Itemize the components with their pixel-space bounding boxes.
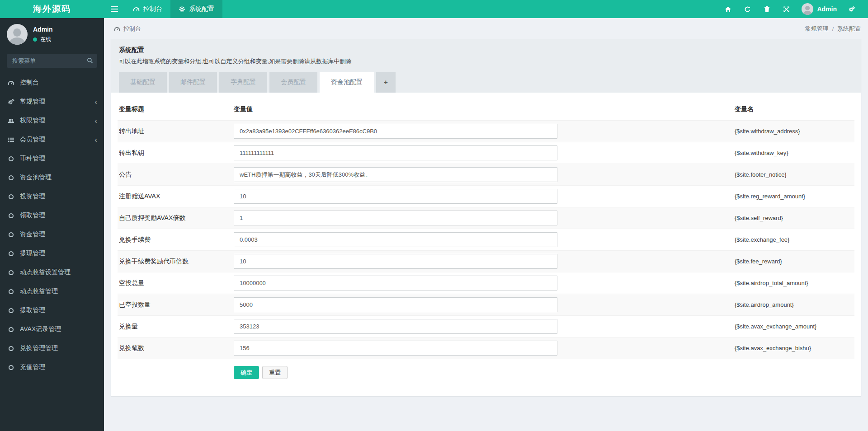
var-value-input[interactable] xyxy=(234,189,557,204)
table-row: 兑换手续费 {$site.exchange_fee} xyxy=(118,229,854,251)
home-button[interactable] xyxy=(718,0,738,18)
var-value-input[interactable] xyxy=(234,276,557,290)
chevron-left-icon: ‹ xyxy=(94,136,97,144)
nav-tab-label: 控制台 xyxy=(143,5,162,13)
var-title: 自己质押奖励AVAX倍数 xyxy=(118,207,232,229)
sidebar-item-dynamic-income-setting[interactable]: 动态收益设置管理 xyxy=(0,263,104,282)
var-value-input[interactable] xyxy=(234,145,557,160)
circle-icon xyxy=(7,289,15,294)
tab-member-config[interactable]: 会员配置 xyxy=(269,72,317,93)
search-input[interactable] xyxy=(7,54,97,68)
sidebar-item-claim[interactable]: 领取管理 xyxy=(0,206,104,225)
var-value-input[interactable] xyxy=(234,124,557,139)
var-value-input[interactable] xyxy=(234,232,557,247)
avatar xyxy=(802,3,813,15)
nav-tab-console[interactable]: 控制台 xyxy=(125,0,170,18)
tab-dictionary-config[interactable]: 字典配置 xyxy=(219,72,267,93)
menu-label: 提现管理 xyxy=(20,249,45,258)
sidebar-item-dynamic-income[interactable]: 动态收益管理 xyxy=(0,282,104,301)
breadcrumb-separator: / xyxy=(832,26,834,33)
sidebar-item-exchange[interactable]: 兑换管理管理 xyxy=(0,339,104,358)
panel-body: 变量标题 变量值 变量名 转出地址 {$site.withdraw_addres… xyxy=(111,93,861,396)
reset-button[interactable]: 重置 xyxy=(262,366,288,379)
menu-label: 常规管理 xyxy=(20,98,45,106)
table-row: 已空投数量 {$site.airdrop_amount} xyxy=(118,294,854,316)
menu-label: 资金管理 xyxy=(20,230,45,239)
var-value-input[interactable] xyxy=(234,254,557,269)
sidebar-item-member[interactable]: 会员管理 ‹ xyxy=(0,130,104,149)
circle-icon xyxy=(7,308,15,313)
clear-cache-button[interactable] xyxy=(757,0,777,18)
var-name: {$site.self_reward} xyxy=(733,207,854,229)
fullscreen-button[interactable] xyxy=(777,0,796,18)
sidebar-item-recharge[interactable]: 充值管理 xyxy=(0,358,104,377)
breadcrumb-home[interactable]: 控制台 xyxy=(123,25,141,33)
var-name: {$site.exchange_fee} xyxy=(733,229,854,251)
var-value-input[interactable] xyxy=(234,167,557,182)
chevron-left-icon: ‹ xyxy=(94,117,97,125)
var-value-input[interactable] xyxy=(234,297,557,312)
tab-pool-config[interactable]: 资金池配置 xyxy=(320,72,374,93)
dashboard-icon xyxy=(133,6,140,13)
sidebar-item-pool[interactable]: 资金池管理 xyxy=(0,168,104,187)
add-tab-button[interactable]: + xyxy=(376,72,396,93)
var-value-input[interactable] xyxy=(234,341,557,356)
circle-icon xyxy=(7,175,15,180)
table-row: 兑换笔数 {$site.avax_exchange_bishu} xyxy=(118,337,854,359)
tab-basic-config[interactable]: 基础配置 xyxy=(119,72,167,93)
circle-icon xyxy=(7,346,15,351)
sidebar-item-funds[interactable]: 资金管理 xyxy=(0,225,104,244)
menu-label: 投资管理 xyxy=(20,192,45,201)
breadcrumb-left[interactable]: 控制台 xyxy=(114,25,141,33)
sidebar-item-invest[interactable]: 投资管理 xyxy=(0,187,104,206)
sidebar-item-extract[interactable]: 提取管理 xyxy=(0,301,104,320)
var-name: {$site.reg_reward_amount} xyxy=(733,186,854,207)
breadcrumb-right: 常规管理 / 系统配置 xyxy=(805,25,861,33)
menu-label: AVAX记录管理 xyxy=(20,325,61,333)
table-row: 转出私钥 {$site.withdraw_key} xyxy=(118,142,854,164)
table-header-row: 变量标题 变量值 变量名 xyxy=(118,100,854,121)
user-menu[interactable]: Admin xyxy=(796,3,842,15)
var-name: {$site.fee_reward} xyxy=(733,251,854,272)
circle-icon xyxy=(7,251,15,256)
sidebar-item-general[interactable]: 常规管理 ‹ xyxy=(0,92,104,111)
submit-button[interactable]: 确定 xyxy=(234,366,259,379)
var-value-input[interactable] xyxy=(234,211,557,225)
status-label: 在线 xyxy=(40,36,51,43)
breadcrumb-current: 系统配置 xyxy=(837,25,861,33)
circle-icon xyxy=(7,327,15,332)
breadcrumb: 控制台 常规管理 / 系统配置 xyxy=(104,18,868,39)
sidebar-item-dashboard[interactable]: 控制台 xyxy=(0,73,104,92)
menu-label: 兑换管理管理 xyxy=(20,344,58,352)
menu-label: 充值管理 xyxy=(20,363,45,371)
sidebar-item-avax-record[interactable]: AVAX记录管理 xyxy=(0,320,104,339)
menu-label: 领取管理 xyxy=(20,211,45,220)
sidebar-item-withdraw[interactable]: 提现管理 xyxy=(0,244,104,263)
table-row: 转出地址 {$site.withdraw_address} xyxy=(118,121,854,142)
refresh-button[interactable] xyxy=(738,0,757,18)
search-icon[interactable] xyxy=(87,57,93,64)
menu-label: 币种管理 xyxy=(20,155,45,163)
var-value-input[interactable] xyxy=(234,319,557,334)
var-name: {$site.airdrop_total_amount} xyxy=(733,272,854,294)
var-title: 兑换手续费 xyxy=(118,229,232,251)
var-title: 兑换笔数 xyxy=(118,337,232,359)
refresh-icon xyxy=(744,6,751,13)
sidebar-search xyxy=(7,54,97,68)
breadcrumb-parent[interactable]: 常规管理 xyxy=(805,25,828,33)
sidebar-item-permission[interactable]: 权限管理 ‹ xyxy=(0,111,104,130)
dashboard-icon xyxy=(114,26,120,32)
col-header-name: 变量名 xyxy=(733,100,854,121)
table-row: 注册赠送AVAX {$site.reg_reward_amount} xyxy=(118,186,854,207)
nav-tab-label: 系统配置 xyxy=(189,5,214,13)
settings-button[interactable] xyxy=(842,0,862,18)
nav-tab-system-config[interactable]: 系统配置 xyxy=(170,0,222,18)
list-icon xyxy=(7,136,15,143)
sidebar-toggle-button[interactable] xyxy=(104,0,125,18)
table-row: 兑换手续费奖励代币倍数 {$site.fee_reward} xyxy=(118,251,854,272)
panel-title: 系统配置 xyxy=(119,46,853,54)
panel-description: 可以在此增改系统的变量和分组,也可以自定义分组和变量,如果需要删除请从数据库中删… xyxy=(119,57,853,66)
panel-header: 系统配置 可以在此增改系统的变量和分组,也可以自定义分组和变量,如果需要删除请从… xyxy=(111,39,861,93)
tab-mail-config[interactable]: 邮件配置 xyxy=(169,72,217,93)
sidebar-item-coin[interactable]: 币种管理 xyxy=(0,149,104,168)
